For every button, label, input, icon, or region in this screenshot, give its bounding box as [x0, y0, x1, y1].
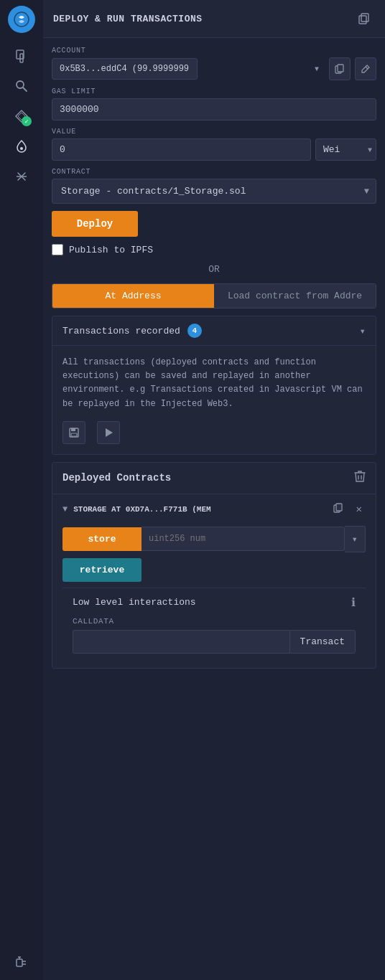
account-select[interactable]: 0x5B3...eddC4 (99.9999999: [52, 58, 198, 80]
account-edit-btn[interactable]: [355, 57, 376, 80]
account-copy-btn[interactable]: [329, 57, 351, 80]
low-level-info-icon[interactable]: ℹ: [351, 595, 356, 610]
at-address-tab[interactable]: At Address: [52, 284, 214, 308]
transactions-play-btn[interactable]: [97, 421, 120, 444]
deployed-contracts-section: Deployed Contracts ▼ STORAGE AT 0XD7A...…: [52, 462, 376, 669]
instance-close-btn[interactable]: ✕: [353, 501, 366, 517]
deploy-row: Deploy: [52, 211, 376, 237]
address-tabs: At Address Load contract from Addre: [52, 283, 376, 308]
contract-select[interactable]: Storage - contracts/1_Storage.sol: [52, 179, 376, 204]
publish-ipfs-checkbox[interactable]: [52, 244, 63, 255]
transactions-info-text: All transactions (deployed contracts and…: [62, 356, 366, 411]
svg-rect-14: [361, 14, 368, 22]
sidebar-item-plugin[interactable]: [9, 948, 34, 974]
fn-store-btn[interactable]: store: [62, 527, 142, 551]
svg-point-7: [20, 147, 23, 150]
account-section: ACCOUNT 0x5B3...eddC4 (99.9999999 ▼: [52, 47, 376, 80]
value-label: VALUE: [52, 128, 376, 136]
gas-limit-section: GAS LIMIT: [52, 88, 376, 121]
instance-chevron[interactable]: ▼: [62, 504, 68, 514]
svg-rect-19: [71, 428, 75, 431]
compile-status-badge: ✓: [22, 116, 32, 126]
transactions-body: All transactions (deployed contracts and…: [52, 346, 376, 454]
sidebar-item-files[interactable]: [9, 43, 34, 69]
value-input[interactable]: [52, 138, 311, 161]
svg-rect-2: [20, 54, 23, 62]
calldata-label: CALLDATA: [73, 617, 356, 626]
sidebar-item-compile[interactable]: ✓: [9, 103, 34, 129]
fn-store-dropdown[interactable]: ▾: [345, 526, 366, 552]
contract-label: CONTRACT: [52, 168, 376, 176]
fn-row-store: store ▾: [62, 526, 366, 552]
transactions-header[interactable]: Transactions recorded 4 ▾: [52, 316, 376, 346]
contract-instance: ▼ STORAGE AT 0XD7A...F771B (MEM ✕ store …: [52, 494, 376, 668]
content-area: ACCOUNT 0x5B3...eddC4 (99.9999999 ▼: [43, 38, 385, 677]
gas-limit-input[interactable]: [52, 98, 376, 121]
sidebar-logo[interactable]: [8, 6, 35, 33]
transactions-actions: [62, 421, 366, 444]
fn-row-retrieve: retrieve: [62, 558, 366, 582]
publish-ipfs-row: Publish to IPFS: [52, 244, 376, 255]
low-level-section: Low level interactions ℹ CALLDATA Transa…: [62, 588, 366, 661]
publish-ipfs-label: Publish to IPFS: [69, 245, 153, 255]
contract-section: CONTRACT Storage - contracts/1_Storage.s…: [52, 168, 376, 204]
svg-rect-16: [338, 65, 343, 72]
transactions-section: Transactions recorded 4 ▾ All transactio…: [52, 316, 376, 455]
gas-limit-label: GAS LIMIT: [52, 88, 376, 95]
unit-select[interactable]: Wei Gwei Finney Ether: [315, 138, 376, 161]
main-panel: DEPLOY & RUN TRANSACTIONS ACCOUNT 0x5B3.…: [43, 0, 385, 980]
load-contract-tab[interactable]: Load contract from Addre: [214, 284, 376, 308]
or-divider: OR: [52, 264, 376, 275]
svg-point-0: [14, 12, 29, 27]
svg-rect-8: [17, 959, 22, 966]
deployed-contracts-title: Deployed Contracts: [62, 472, 171, 484]
svg-line-17: [366, 67, 368, 69]
account-label: ACCOUNT: [52, 47, 376, 55]
svg-rect-13: [359, 16, 366, 24]
panel-header: DEPLOY & RUN TRANSACTIONS: [43, 0, 385, 38]
deployed-contracts-header: Deployed Contracts: [52, 463, 376, 494]
value-section: VALUE Wei Gwei Finney Ether ▼: [52, 128, 376, 161]
transact-btn[interactable]: Transact: [289, 630, 356, 654]
transactions-chevron: ▾: [360, 325, 366, 337]
transactions-save-btn[interactable]: [62, 421, 85, 444]
value-row: Wei Gwei Finney Ether ▼: [52, 138, 376, 161]
low-level-title: Low level interactions: [73, 597, 196, 608]
deployed-contracts-delete-btn[interactable]: [354, 470, 366, 486]
sidebar-item-search[interactable]: [9, 73, 34, 99]
panel-title: DEPLOY & RUN TRANSACTIONS: [53, 14, 203, 24]
instance-copy-btn[interactable]: [330, 501, 347, 517]
transactions-title: Transactions recorded 4: [62, 324, 202, 338]
contract-select-wrap: Storage - contracts/1_Storage.sol ▼: [52, 179, 376, 204]
deploy-button[interactable]: Deploy: [52, 211, 138, 237]
contract-instance-header: ▼ STORAGE AT 0XD7A...F771B (MEM ✕: [62, 501, 366, 517]
calldata-input[interactable]: [73, 630, 289, 654]
header-copy-btn[interactable]: [353, 7, 375, 30]
svg-rect-25: [336, 504, 342, 511]
transactions-count-badge: 4: [187, 324, 202, 338]
fn-retrieve-btn[interactable]: retrieve: [62, 558, 142, 582]
calldata-row: Transact: [73, 630, 356, 654]
sidebar-item-git[interactable]: [9, 164, 34, 189]
account-row: 0x5B3...eddC4 (99.9999999 ▼: [52, 57, 376, 80]
sidebar: ✓: [0, 0, 43, 980]
sidebar-item-deploy[interactable]: [9, 133, 34, 159]
svg-line-4: [23, 88, 27, 91]
svg-rect-20: [71, 433, 77, 436]
fn-store-param[interactable]: [142, 527, 345, 551]
instance-name: STORAGE AT 0XD7A...F771B (MEM: [73, 505, 323, 514]
low-level-header: Low level interactions ℹ: [73, 595, 356, 610]
svg-marker-21: [106, 428, 113, 437]
